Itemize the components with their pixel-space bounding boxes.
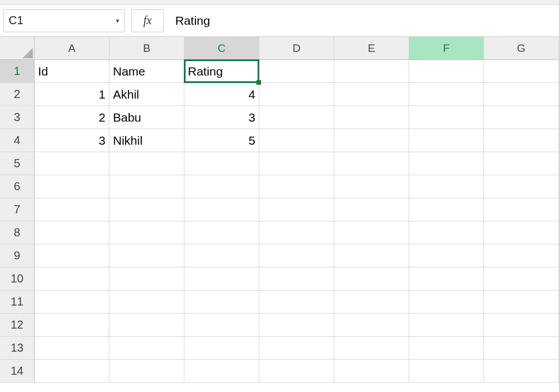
cell-A10[interactable] <box>35 267 109 291</box>
cell-E11[interactable] <box>334 291 409 314</box>
cell-B3[interactable]: Babu <box>109 106 184 129</box>
cell-A13[interactable] <box>35 337 109 360</box>
row-header-14[interactable]: 14 <box>0 360 35 383</box>
select-all-corner[interactable] <box>0 37 35 60</box>
col-header-G[interactable]: G <box>484 37 559 60</box>
cell-D9[interactable] <box>259 244 334 267</box>
row-header-11[interactable]: 11 <box>0 291 35 314</box>
cell-F11[interactable] <box>409 291 484 314</box>
cell-E9[interactable] <box>334 244 409 267</box>
cell-C11[interactable] <box>184 291 259 314</box>
cell-B7[interactable] <box>109 198 184 221</box>
row-header-12[interactable]: 12 <box>0 314 35 337</box>
cell-A5[interactable] <box>35 152 109 175</box>
cell-C5[interactable] <box>184 152 259 175</box>
cell-C8[interactable] <box>184 221 259 244</box>
cell-A12[interactable] <box>35 314 109 337</box>
row-header-2[interactable]: 2 <box>0 83 35 106</box>
cell-D11[interactable] <box>259 291 334 314</box>
cell-E4[interactable] <box>334 129 409 152</box>
cell-D8[interactable] <box>259 221 334 244</box>
cell-D3[interactable] <box>259 106 334 129</box>
col-header-F[interactable]: F <box>409 37 484 60</box>
fx-button[interactable]: fx <box>131 9 164 32</box>
cell-F10[interactable] <box>409 267 484 291</box>
cell-E7[interactable] <box>334 198 409 221</box>
cell-A11[interactable] <box>35 291 109 314</box>
cell-E2[interactable] <box>334 83 409 106</box>
cell-D7[interactable] <box>259 198 334 221</box>
row-header-7[interactable]: 7 <box>0 198 35 221</box>
cell-G14[interactable] <box>484 360 559 383</box>
cell-B8[interactable] <box>109 221 184 244</box>
cell-C6[interactable] <box>184 175 259 198</box>
cell-B11[interactable] <box>109 291 184 314</box>
row-header-4[interactable]: 4 <box>0 129 35 152</box>
row-header-5[interactable]: 5 <box>0 152 35 175</box>
cell-G8[interactable] <box>484 221 559 244</box>
cell-G1[interactable] <box>484 60 559 83</box>
cell-A3[interactable]: 2 <box>35 106 109 129</box>
cell-C3[interactable]: 3 <box>184 106 259 129</box>
row-header-1[interactable]: 1 <box>0 60 35 83</box>
cell-G5[interactable] <box>484 152 559 175</box>
cell-F1[interactable] <box>409 60 484 83</box>
row-header-9[interactable]: 9 <box>0 244 35 267</box>
cell-D6[interactable] <box>259 175 334 198</box>
col-header-D[interactable]: D <box>259 37 334 60</box>
cell-D10[interactable] <box>259 267 334 291</box>
cell-G13[interactable] <box>484 337 559 360</box>
col-header-E[interactable]: E <box>334 37 409 60</box>
cell-G12[interactable] <box>484 314 559 337</box>
cell-C4[interactable]: 5 <box>184 129 259 152</box>
cell-C2[interactable]: 4 <box>184 83 259 106</box>
cell-E8[interactable] <box>334 221 409 244</box>
cell-B10[interactable] <box>109 267 184 291</box>
cell-B1[interactable]: Name <box>109 60 184 83</box>
cell-G3[interactable] <box>484 106 559 129</box>
cell-D4[interactable] <box>259 129 334 152</box>
cell-E12[interactable] <box>334 314 409 337</box>
row-header-3[interactable]: 3 <box>0 106 35 129</box>
cell-E3[interactable] <box>334 106 409 129</box>
cell-C14[interactable] <box>184 360 259 383</box>
cell-A2[interactable]: 1 <box>35 83 109 106</box>
cell-A7[interactable] <box>35 198 109 221</box>
chevron-down-icon[interactable]: ▾ <box>116 17 119 24</box>
cell-E6[interactable] <box>334 175 409 198</box>
cell-G10[interactable] <box>484 267 559 291</box>
formula-input[interactable] <box>173 9 556 32</box>
cell-G7[interactable] <box>484 198 559 221</box>
cell-C12[interactable] <box>184 314 259 337</box>
cell-F8[interactable] <box>409 221 484 244</box>
cell-A9[interactable] <box>35 244 109 267</box>
cell-F7[interactable] <box>409 198 484 221</box>
cell-F5[interactable] <box>409 152 484 175</box>
cell-B6[interactable] <box>109 175 184 198</box>
row-header-8[interactable]: 8 <box>0 221 35 244</box>
cell-F9[interactable] <box>409 244 484 267</box>
cell-C10[interactable] <box>184 267 259 291</box>
cell-F2[interactable] <box>409 83 484 106</box>
row-header-10[interactable]: 10 <box>0 267 35 291</box>
cell-E1[interactable] <box>334 60 409 83</box>
cell-B13[interactable] <box>109 337 184 360</box>
cell-C7[interactable] <box>184 198 259 221</box>
name-box[interactable]: C1 ▾ <box>3 9 124 32</box>
cell-F12[interactable] <box>409 314 484 337</box>
cell-D2[interactable] <box>259 83 334 106</box>
row-header-13[interactable]: 13 <box>0 337 35 360</box>
row-header-6[interactable]: 6 <box>0 175 35 198</box>
cell-C13[interactable] <box>184 337 259 360</box>
cell-D12[interactable] <box>259 314 334 337</box>
col-header-B[interactable]: B <box>109 37 184 60</box>
cell-C9[interactable] <box>184 244 259 267</box>
col-header-C[interactable]: C <box>184 37 259 60</box>
cell-G11[interactable] <box>484 291 559 314</box>
cell-D1[interactable] <box>259 60 334 83</box>
sheet-grid[interactable]: ABCDEFG1IdNameRating21Akhil432Babu343Nik… <box>0 37 559 383</box>
cell-D14[interactable] <box>259 360 334 383</box>
cell-A6[interactable] <box>35 175 109 198</box>
cell-A4[interactable]: 3 <box>35 129 109 152</box>
cell-E5[interactable] <box>334 152 409 175</box>
